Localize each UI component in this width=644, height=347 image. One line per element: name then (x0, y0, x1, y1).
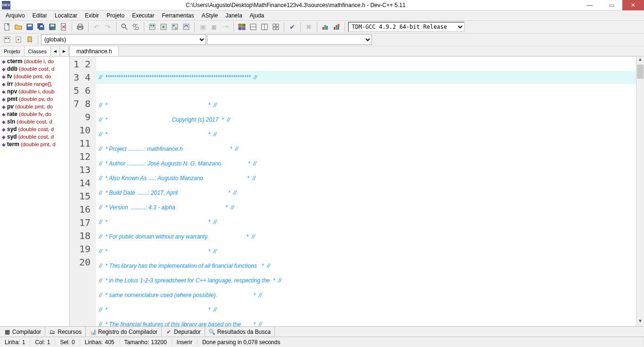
menu-arquivo[interactable]: Arquivo (2, 11, 29, 20)
app-icon: DEV (2, 1, 10, 9)
class-tree[interactable]: ◆cterm(double i, do ◆ddb(double cost, d … (0, 57, 69, 326)
code-editor[interactable]: 1 2 3 4 5 6 7 8 9 10 11 12 13 14 15 16 1… (70, 57, 644, 326)
tab-registro[interactable]: 📊Registro do Compilador (86, 327, 162, 337)
minimize-button[interactable]: — (579, 0, 601, 10)
member-select[interactable] (207, 34, 372, 45)
scroll-up-icon[interactable]: ▲ (636, 57, 644, 65)
save-icon[interactable] (25, 22, 35, 32)
undo-icon[interactable]: ↶ (91, 22, 102, 32)
menu-editar[interactable]: Editar (29, 11, 51, 20)
scroll-thumb[interactable] (637, 65, 644, 79)
open-file-icon[interactable] (13, 22, 24, 32)
toolbar-main: ↶ ↷ ▣ ◼ ⭲ ✔ ✖ TDM-GCC 4.9.2 64-bit Relea… (0, 21, 644, 33)
print-icon[interactable] (75, 22, 85, 32)
statusbar: Linha:1 Col:1 Sel:0 Linhas:405 Tamanho:1… (0, 337, 644, 347)
menu-astyle[interactable]: AStyle (198, 11, 222, 20)
panel-1-icon[interactable] (237, 22, 247, 32)
compile-run-icon[interactable] (170, 22, 180, 32)
titlebar: DEV C:\Users\Augusto\Desktop\MathFinance… (0, 0, 644, 10)
svg-line-14 (125, 27, 127, 30)
menu-executar[interactable]: Executar (128, 11, 158, 20)
replace-icon[interactable] (131, 22, 141, 32)
profile-icon[interactable] (320, 22, 330, 32)
search-icon: 🔍 (209, 329, 215, 335)
tree-item: ◆term(double pmt, d (0, 140, 69, 148)
function-icon: ◆ (2, 89, 6, 94)
redo-icon[interactable]: ↷ (103, 22, 113, 32)
svg-rect-5 (40, 25, 43, 27)
bookmark-icon[interactable] (25, 34, 35, 45)
svg-point-8 (53, 27, 56, 30)
save-as-icon[interactable] (47, 22, 58, 32)
rebuild-icon[interactable] (181, 22, 191, 32)
window-controls: — ▭ ✕ (579, 0, 644, 10)
cancel-icon[interactable]: ✖ (304, 22, 314, 32)
code-content[interactable]: // *************************************… (96, 57, 644, 326)
tree-item: ◆pv(double pmt, do (0, 103, 69, 110)
svg-rect-41 (338, 26, 339, 30)
svg-rect-17 (149, 24, 155, 30)
function-icon: ◆ (2, 74, 6, 79)
tree-item: ◆irr(double range[], (0, 80, 69, 88)
find-icon[interactable] (119, 22, 130, 32)
step-icon[interactable]: ⭲ (220, 22, 231, 32)
function-icon: ◆ (2, 134, 6, 140)
tab-classes[interactable]: Classes (25, 46, 51, 56)
menu-ferramentas[interactable]: Ferramentas (158, 11, 198, 20)
profile-delete-icon[interactable] (331, 22, 342, 32)
status-parse: Done parsing in 0,078 seconds (198, 339, 644, 346)
tab-compilador[interactable]: ▦Compilador (0, 327, 45, 337)
vertical-scrollbar[interactable]: ▲ ▼ (636, 57, 644, 326)
panel-2-icon[interactable] (248, 22, 258, 32)
panel-4-icon[interactable] (271, 22, 281, 32)
scope-select[interactable]: (globals) (41, 34, 206, 45)
debug-icon[interactable]: ▣ (198, 22, 208, 32)
svg-rect-22 (173, 25, 174, 26)
menu-localizar[interactable]: Localizar (51, 11, 81, 20)
svg-rect-11 (78, 24, 82, 26)
svg-rect-2 (28, 25, 32, 26)
tree-item: ◆fv(double pmt, do (0, 73, 69, 80)
svg-rect-33 (276, 24, 279, 26)
tree-item: ◆sln(double cost, d (0, 118, 69, 125)
new-class-icon[interactable] (2, 34, 12, 45)
editor-area: mathfinance.h 1 2 3 4 5 6 7 8 9 10 11 12… (70, 46, 644, 326)
tab-projeto[interactable]: Projeto (0, 46, 25, 56)
compiler-select[interactable]: TDM-GCC 4.9.2 64-bit Release (348, 22, 465, 32)
status-linha: Linha:1 (0, 339, 30, 346)
function-icon: ◆ (2, 127, 6, 132)
tab-scroll-left[interactable]: ◄ (51, 46, 60, 56)
menu-janela[interactable]: Janela (222, 11, 246, 20)
svg-rect-43 (5, 38, 7, 39)
scroll-down-icon[interactable]: ▼ (636, 318, 644, 326)
menu-projeto[interactable]: Projeto (103, 11, 128, 20)
grid-icon: ▦ (4, 329, 10, 335)
tree-item: ◆npv(double i, doub (0, 88, 69, 95)
menu-ajuda[interactable]: Ajuda (246, 11, 268, 20)
status-sel: Sel:0 (55, 339, 80, 346)
maximize-button[interactable]: ▭ (601, 0, 622, 10)
run-icon[interactable] (158, 22, 169, 32)
tree-item: ◆pmt(double pv, do (0, 95, 69, 103)
function-icon: ◆ (2, 104, 6, 109)
tab-scroll-right[interactable]: ► (60, 46, 69, 56)
check-icon[interactable]: ✔ (287, 22, 297, 32)
tree-item: ◆ddb(double cost, d (0, 65, 69, 73)
close-button[interactable]: ✕ (622, 0, 644, 10)
tab-resultados[interactable]: 🔍Resultados da Busca (205, 327, 275, 337)
panel-3-icon[interactable] (259, 22, 270, 32)
menu-exibir[interactable]: Exibir (81, 11, 103, 20)
new-file-icon[interactable] (2, 22, 12, 32)
status-tamanho: Tamanho:13200 (120, 339, 172, 346)
svg-rect-7 (50, 25, 54, 26)
save-all-icon[interactable] (36, 22, 46, 32)
tab-recursos[interactable]: 🗂Recursos (45, 327, 86, 337)
insert-icon[interactable] (13, 34, 24, 45)
stop-debug-icon[interactable]: ◼ (209, 22, 219, 32)
compile-icon[interactable] (147, 22, 157, 32)
close-file-icon[interactable] (58, 22, 69, 32)
editor-tab[interactable]: mathfinance.h (70, 46, 119, 56)
svg-rect-26 (239, 27, 241, 30)
tab-depurador[interactable]: ✔Depurador (162, 327, 205, 337)
svg-rect-36 (322, 27, 324, 30)
